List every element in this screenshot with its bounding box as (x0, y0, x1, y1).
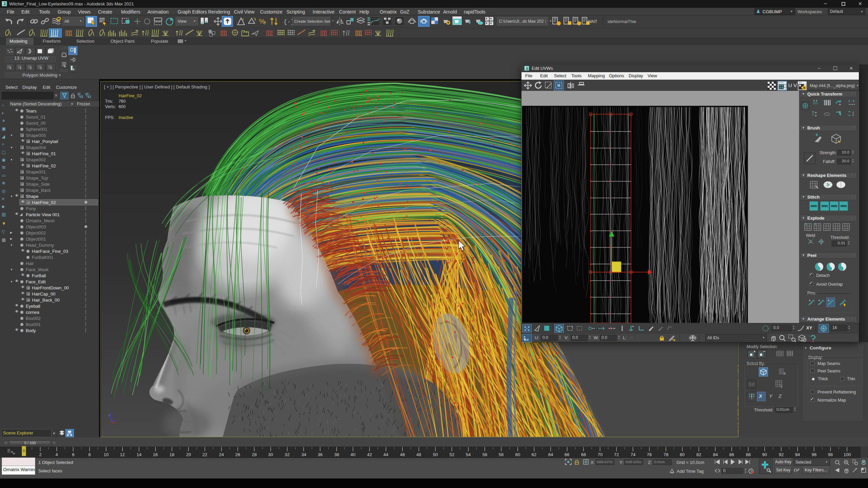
svg-text:+: + (526, 327, 528, 330)
svg-text:+: + (571, 325, 573, 329)
svg-text:760: 760 (119, 99, 126, 104)
svg-text:[ + ] [ Perspective ] [ User D: [ + ] [ Perspective ] [ User Defined ] [… (104, 84, 210, 89)
svg-text:+ +: + + (813, 99, 817, 102)
svg-text:+: + (818, 299, 820, 302)
svg-text:{·}: {·} (283, 19, 293, 25)
svg-text:Tris:: Tris: (105, 99, 113, 104)
svg-text:Verts:: Verts: (105, 104, 116, 109)
svg-text:+: + (839, 110, 841, 114)
svg-text:+: + (632, 325, 634, 328)
svg-text:+: + (809, 299, 811, 302)
svg-text:?: ? (264, 21, 266, 26)
svg-text:600: 600 (119, 104, 126, 109)
svg-text:z: z (108, 413, 110, 417)
svg-text:+: + (839, 102, 841, 106)
svg-text:+: + (815, 114, 817, 118)
svg-text:+: + (828, 299, 830, 302)
svg-text:Inactive: Inactive (119, 115, 133, 120)
svg-text:FPS:: FPS: (105, 115, 115, 120)
svg-text:?: ? (242, 18, 244, 22)
svg-text:HairFine_02: HairFine_02 (119, 94, 142, 98)
